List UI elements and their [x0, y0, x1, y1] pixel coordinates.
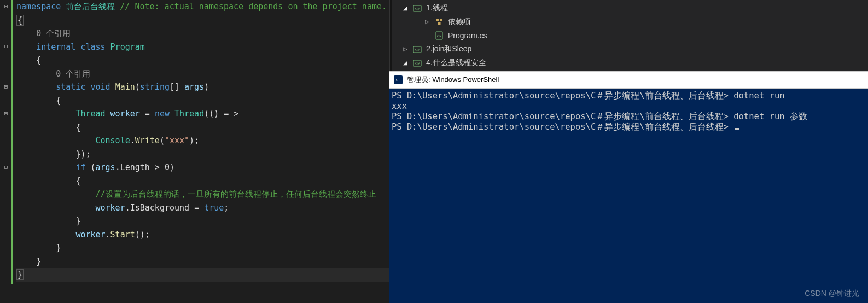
svg-rect-2: [436, 19, 439, 21]
keyword-static: static: [56, 82, 85, 92]
keyword-internal: internal: [36, 42, 75, 52]
codelens-references[interactable]: 0 个引用: [56, 69, 90, 79]
change-marker: [11, 0, 13, 284]
powershell-titlebar[interactable]: ›_ 管理员: Windows PowerShell: [389, 71, 868, 89]
comment: // Note: actual namespace depends on the…: [120, 2, 387, 11]
chevron-down-icon[interactable]: [401, 59, 410, 67]
brace-close: });: [75, 149, 90, 159]
type-console: Console: [96, 136, 130, 145]
tree-item[interactable]: C#1.线程: [390, 1, 868, 15]
chevron-down-icon[interactable]: [401, 4, 410, 13]
type-thread: Thread: [174, 109, 204, 119]
brace-open: {: [36, 55, 41, 65]
keyword-string: string: [140, 82, 170, 92]
keyword-true: true: [204, 203, 224, 213]
fold-glyph[interactable]: ⊟: [3, 80, 9, 94]
brace-close: }: [36, 257, 41, 266]
terminal-line: PS D:\Users\Administrator\source\repos\C…: [392, 91, 866, 101]
solution-explorer[interactable]: C#1.线程依赖项C#Program.csC#2.join和SleepC#4.什…: [389, 0, 868, 71]
local-worker: worker: [96, 203, 125, 213]
brace-open: {: [16, 15, 24, 26]
brace-open: {: [75, 123, 80, 132]
tree-item-label: Program.cs: [448, 31, 487, 40]
prop-isbackground: IsBackground: [130, 203, 189, 213]
terminal-line: PS D:\Users\Administrator\source\repos\C…: [392, 112, 866, 122]
keyword-if: if: [75, 162, 85, 172]
param-args: args: [96, 162, 115, 172]
method-start: Start: [110, 230, 135, 240]
tree-item-label: 2.join和Sleep: [426, 44, 471, 54]
csfile-icon: C#: [434, 31, 445, 40]
svg-text:C#: C#: [415, 48, 420, 52]
brace-close: }: [56, 243, 61, 253]
method-main: Main: [115, 82, 135, 92]
namespace-name: 前台后台线程: [66, 2, 115, 11]
svg-rect-3: [440, 19, 442, 21]
lambda-arrow: () = >: [209, 109, 238, 119]
fold-glyph[interactable]: ⊟: [3, 161, 9, 174]
powershell-terminal[interactable]: PS D:\Users\Administrator\source\repos\C…: [389, 89, 868, 303]
chevron-right-icon[interactable]: [423, 18, 432, 26]
condition: > 0: [150, 162, 170, 172]
keyword-new: new: [155, 109, 170, 119]
tree-item[interactable]: C#Program.cs: [390, 28, 868, 42]
watermark: CSDN @钟进光: [805, 289, 859, 299]
svg-rect-4: [438, 22, 441, 25]
brace-close: }: [16, 269, 24, 280]
svg-text:C#: C#: [415, 61, 420, 66]
powershell-window[interactable]: ›_ 管理员: Windows PowerShell PS D:\Users\A…: [389, 71, 868, 303]
class-name: Program: [110, 42, 145, 52]
terminal-cursor: [735, 128, 739, 130]
powershell-icon: ›_: [394, 75, 403, 84]
type-thread: Thread: [75, 109, 105, 119]
keyword-void: void: [90, 82, 110, 92]
svg-text:C#: C#: [437, 34, 442, 38]
csproj-icon: C#: [412, 45, 423, 54]
fold-glyph[interactable]: ⊟: [3, 107, 9, 121]
fold-glyph[interactable]: ⊟: [3, 40, 9, 54]
tree-item-label: 1.线程: [426, 3, 448, 13]
comment: //设置为后台线程的话，一旦所有的前台线程停止，任何后台线程会突然终止: [96, 189, 376, 199]
csproj-icon: C#: [412, 59, 423, 67]
brace-close: }: [75, 216, 80, 226]
local-worker: worker: [75, 230, 105, 240]
method-write: Write: [135, 136, 160, 145]
deps-icon: [434, 18, 445, 26]
chevron-right-icon[interactable]: [401, 45, 410, 54]
codelens-references[interactable]: 0 个引用: [36, 28, 71, 38]
terminal-line: PS D:\Users\Administrator\source\repos\C…: [392, 122, 866, 132]
fold-glyph[interactable]: ⊟: [3, 0, 9, 14]
prop-length: Length: [120, 162, 150, 172]
keyword-class: class: [80, 42, 105, 52]
local-worker: worker: [110, 109, 140, 119]
powershell-title: 管理员: Windows PowerShell: [407, 75, 499, 85]
scrollbar[interactable]: [390, 0, 392, 71]
csproj-icon: C#: [412, 4, 423, 13]
string-literal: "xxx": [165, 136, 189, 145]
svg-text:C#: C#: [415, 7, 420, 11]
tree-item[interactable]: C#4.什么是线程安全: [390, 56, 868, 69]
brace-open: {: [56, 96, 61, 106]
code-editor[interactable]: ⊟ ⊟ ⊟ ⊟ ⊟ namespace 前台后台线程 // Note: actu…: [0, 0, 389, 303]
spacer: [423, 31, 432, 40]
tree-item-label: 4.什么是线程安全: [426, 58, 486, 68]
code-text-area[interactable]: namespace 前台后台线程 // Note: actual namespa…: [16, 0, 389, 303]
keyword-namespace: namespace: [16, 2, 61, 11]
tree-item-label: 依赖项: [448, 17, 471, 27]
param-args: args: [184, 82, 204, 92]
brace-open: {: [75, 176, 80, 186]
tree-item[interactable]: 依赖项: [390, 15, 868, 28]
terminal-line: xxx: [392, 101, 866, 112]
tree-item[interactable]: C#2.join和Sleep: [390, 42, 868, 56]
